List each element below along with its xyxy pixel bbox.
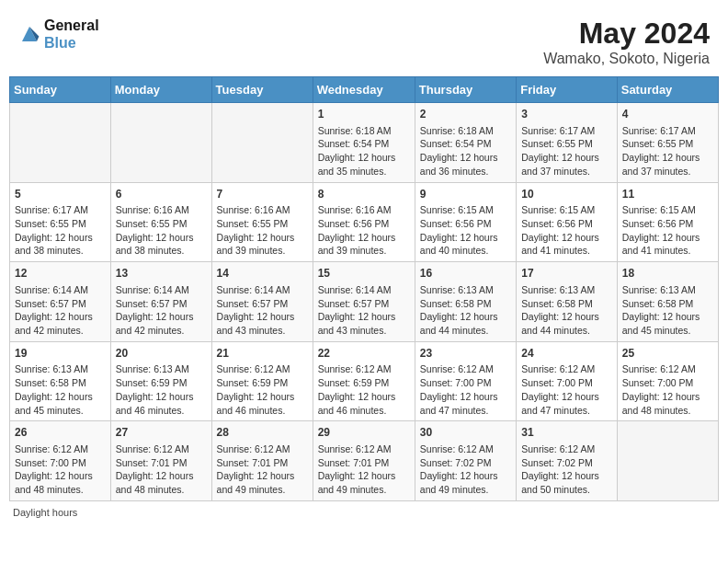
day-number: 3: [521, 107, 612, 122]
calendar-title: May 2024: [543, 17, 710, 51]
daylight: Daylight: 12 hours and 43 minutes.: [318, 311, 396, 336]
sunrise: Sunrise: 6:16 AM: [318, 204, 392, 215]
logo-icon: [18, 23, 40, 45]
calendar-day-header: Wednesday: [313, 77, 415, 103]
calendar-day-cell: 7Sunrise: 6:16 AMSunset: 6:55 PMDaylight…: [211, 182, 313, 262]
calendar-day-cell: 16Sunrise: 6:13 AMSunset: 6:58 PMDayligh…: [415, 262, 516, 342]
calendar-day-cell: 19Sunrise: 6:13 AMSunset: 6:58 PMDayligh…: [10, 341, 111, 421]
sunset: Sunset: 6:58 PM: [521, 298, 593, 309]
daylight: Daylight: 12 hours and 44 minutes.: [521, 311, 599, 336]
day-number: 10: [521, 187, 612, 202]
day-number: 16: [420, 266, 511, 282]
day-number: 18: [622, 266, 713, 282]
day-number: 8: [318, 187, 410, 202]
day-number: 12: [15, 266, 106, 282]
sunset: Sunset: 7:00 PM: [622, 377, 694, 388]
logo: General Blue: [18, 17, 99, 52]
sunrise: Sunrise: 6:12 AM: [318, 443, 392, 454]
sunset: Sunset: 6:59 PM: [116, 377, 188, 388]
calendar-day-header: Tuesday: [211, 77, 313, 103]
day-number: 5: [15, 187, 106, 202]
sunrise: Sunrise: 6:12 AM: [217, 363, 290, 374]
sunrise: Sunrise: 6:13 AM: [622, 284, 696, 295]
daylight: Daylight: 12 hours and 46 minutes.: [318, 391, 396, 416]
calendar-day-cell: 5Sunrise: 6:17 AMSunset: 6:55 PMDaylight…: [10, 182, 111, 262]
calendar-day-cell: 6Sunrise: 6:16 AMSunset: 6:55 PMDaylight…: [110, 182, 211, 262]
sunset: Sunset: 7:00 PM: [521, 377, 593, 388]
sunset: Sunset: 6:56 PM: [318, 218, 390, 229]
sunrise: Sunrise: 6:14 AM: [15, 284, 88, 295]
daylight: Daylight: 12 hours and 39 minutes.: [318, 232, 396, 257]
sunset: Sunset: 6:54 PM: [420, 138, 492, 149]
calendar-day-cell: 9Sunrise: 6:15 AMSunset: 6:56 PMDaylight…: [415, 182, 516, 262]
sunset: Sunset: 6:59 PM: [318, 377, 390, 388]
sunset: Sunset: 6:59 PM: [217, 377, 289, 388]
calendar-week-row: 19Sunrise: 6:13 AMSunset: 6:58 PMDayligh…: [10, 341, 719, 421]
sunset: Sunset: 6:56 PM: [521, 218, 593, 229]
calendar-day-header: Saturday: [617, 77, 718, 103]
day-number: 20: [116, 346, 207, 362]
sunset: Sunset: 6:55 PM: [217, 218, 289, 229]
day-number: 14: [217, 266, 308, 282]
sunrise: Sunrise: 6:17 AM: [15, 204, 88, 215]
sunrise: Sunrise: 6:13 AM: [15, 363, 88, 374]
sunset: Sunset: 6:55 PM: [116, 218, 188, 229]
sunset: Sunset: 6:56 PM: [420, 218, 492, 229]
calendar-day-header: Sunday: [10, 77, 111, 103]
daylight: Daylight: 12 hours and 48 minutes.: [116, 470, 194, 495]
sunset: Sunset: 7:01 PM: [318, 457, 390, 468]
day-number: 27: [116, 425, 207, 441]
calendar-day-cell: 11Sunrise: 6:15 AMSunset: 6:56 PMDayligh…: [617, 182, 718, 262]
daylight: Daylight: 12 hours and 47 minutes.: [521, 391, 599, 416]
day-number: 9: [420, 187, 511, 202]
sunrise: Sunrise: 6:14 AM: [217, 284, 290, 295]
day-number: 4: [622, 107, 713, 122]
day-number: 25: [622, 346, 713, 362]
calendar-day-header: Friday: [517, 77, 618, 103]
sunset: Sunset: 7:02 PM: [420, 457, 492, 468]
calendar-day-cell: 4Sunrise: 6:17 AMSunset: 6:55 PMDaylight…: [617, 103, 718, 183]
calendar-day-cell: 22Sunrise: 6:12 AMSunset: 6:59 PMDayligh…: [313, 341, 415, 421]
calendar-day-cell: 28Sunrise: 6:12 AMSunset: 7:01 PMDayligh…: [211, 421, 313, 501]
calendar-week-row: 5Sunrise: 6:17 AMSunset: 6:55 PMDaylight…: [10, 182, 719, 262]
day-number: 26: [15, 425, 106, 441]
calendar-day-cell: [110, 103, 211, 183]
sunset: Sunset: 6:58 PM: [15, 377, 86, 388]
day-number: 15: [318, 266, 410, 282]
sunrise: Sunrise: 6:12 AM: [521, 363, 595, 374]
sunset: Sunset: 6:55 PM: [622, 138, 694, 149]
sunrise: Sunrise: 6:12 AM: [116, 443, 189, 454]
day-number: 31: [521, 425, 612, 441]
sunset: Sunset: 6:56 PM: [622, 218, 694, 229]
sunset: Sunset: 7:01 PM: [116, 457, 188, 468]
sunrise: Sunrise: 6:17 AM: [622, 125, 696, 136]
sunrise: Sunrise: 6:12 AM: [622, 363, 696, 374]
calendar-day-cell: 13Sunrise: 6:14 AMSunset: 6:57 PMDayligh…: [110, 262, 211, 342]
sunrise: Sunrise: 6:12 AM: [521, 443, 595, 454]
daylight: Daylight: 12 hours and 50 minutes.: [521, 470, 599, 495]
daylight: Daylight: 12 hours and 41 minutes.: [622, 232, 700, 257]
calendar-week-row: 1Sunrise: 6:18 AMSunset: 6:54 PMDaylight…: [10, 103, 719, 183]
sunrise: Sunrise: 6:13 AM: [116, 363, 189, 374]
sunset: Sunset: 6:55 PM: [15, 218, 86, 229]
daylight: Daylight: 12 hours and 49 minutes.: [318, 470, 396, 495]
calendar-subtitle: Wamako, Sokoto, Nigeria: [543, 51, 710, 67]
calendar-day-cell: 10Sunrise: 6:15 AMSunset: 6:56 PMDayligh…: [517, 182, 618, 262]
calendar-day-cell: 2Sunrise: 6:18 AMSunset: 6:54 PMDaylight…: [415, 103, 516, 183]
daylight: Daylight: 12 hours and 44 minutes.: [420, 311, 498, 336]
logo-line2: Blue: [44, 34, 99, 52]
sunrise: Sunrise: 6:12 AM: [318, 363, 392, 374]
sunrise: Sunrise: 6:12 AM: [15, 443, 88, 454]
calendar-day-cell: 23Sunrise: 6:12 AMSunset: 7:00 PMDayligh…: [415, 341, 516, 421]
logo-line1: General: [44, 17, 99, 34]
sunrise: Sunrise: 6:13 AM: [521, 284, 595, 295]
sunrise: Sunrise: 6:15 AM: [420, 204, 494, 215]
daylight: Daylight: 12 hours and 49 minutes.: [217, 470, 295, 495]
sunrise: Sunrise: 6:16 AM: [116, 204, 189, 215]
sunrise: Sunrise: 6:14 AM: [116, 284, 189, 295]
daylight: Daylight: 12 hours and 42 minutes.: [15, 311, 93, 336]
sunrise: Sunrise: 6:15 AM: [521, 204, 595, 215]
day-number: 29: [318, 425, 410, 441]
calendar-day-cell: 25Sunrise: 6:12 AMSunset: 7:00 PMDayligh…: [617, 341, 718, 421]
daylight: Daylight: 12 hours and 38 minutes.: [15, 232, 93, 257]
